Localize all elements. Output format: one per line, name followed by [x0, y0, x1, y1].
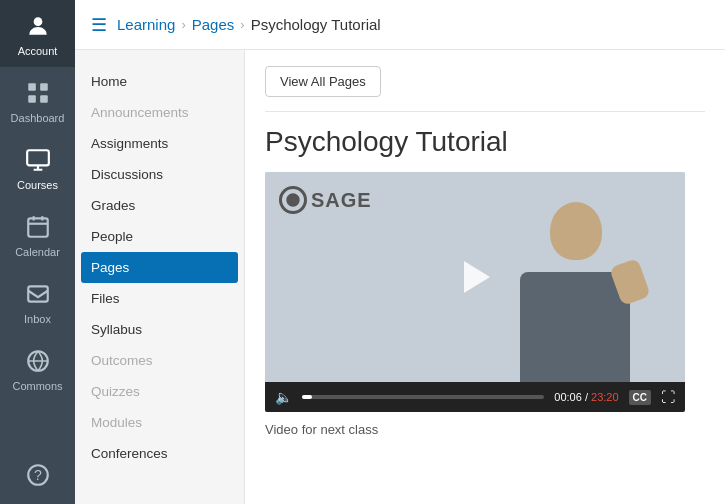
- nav-sidebar: HomeAnnouncementsAssignmentsDiscussionsG…: [75, 50, 245, 504]
- sidebar-label-account: Account: [18, 45, 58, 57]
- sage-text: SAGE: [311, 189, 372, 212]
- page-title: Psychology Tutorial: [265, 126, 705, 158]
- commons-icon: [22, 345, 54, 377]
- nav-item-pages[interactable]: Pages: [81, 252, 238, 283]
- video-frame: SAGE: [265, 172, 685, 382]
- nav-item-people[interactable]: People: [75, 221, 244, 252]
- sidebar-label-dashboard: Dashboard: [11, 112, 65, 124]
- cc-button[interactable]: CC: [629, 390, 651, 405]
- sage-logo: SAGE: [279, 186, 372, 214]
- svg-rect-3: [28, 95, 36, 103]
- sidebar-item-calendar[interactable]: Calendar: [0, 201, 75, 268]
- svg-rect-4: [40, 95, 48, 103]
- volume-icon[interactable]: 🔈: [275, 389, 292, 405]
- sidebar-item-inbox[interactable]: Inbox: [0, 268, 75, 335]
- nav-item-syllabus[interactable]: Syllabus: [75, 314, 244, 345]
- account-icon: [22, 10, 54, 42]
- breadcrumb-current: Psychology Tutorial: [251, 16, 381, 33]
- sidebar-item-dashboard[interactable]: Dashboard: [0, 67, 75, 134]
- left-sidebar: Account Dashboard Courses Calendar Inbox…: [0, 0, 75, 504]
- calendar-icon: [22, 211, 54, 243]
- view-all-pages-button[interactable]: View All Pages: [265, 66, 381, 97]
- nav-item-discussions[interactable]: Discussions: [75, 159, 244, 190]
- time-total: 23:20: [591, 391, 619, 403]
- sidebar-item-help[interactable]: ?: [0, 449, 75, 504]
- sidebar-label-inbox: Inbox: [24, 313, 51, 325]
- time-display: 00:06 / 23:20: [554, 391, 618, 403]
- time-current: 00:06: [554, 391, 582, 403]
- svg-rect-6: [28, 218, 48, 236]
- nav-item-announcements: Announcements: [75, 97, 244, 128]
- courses-icon: [22, 144, 54, 176]
- time-sep: /: [582, 391, 591, 403]
- inbox-icon: [22, 278, 54, 310]
- nav-item-grades[interactable]: Grades: [75, 190, 244, 221]
- nav-item-outcomes: Outcomes: [75, 345, 244, 376]
- nav-item-home[interactable]: Home: [75, 66, 244, 97]
- progress-fill: [302, 395, 312, 399]
- sidebar-item-courses[interactable]: Courses: [0, 134, 75, 201]
- fullscreen-icon[interactable]: ⛶: [661, 389, 675, 405]
- nav-item-modules: Modules: [75, 407, 244, 438]
- sidebar-label-commons: Commons: [12, 380, 62, 392]
- content-wrapper: HomeAnnouncementsAssignmentsDiscussionsG…: [75, 50, 725, 504]
- nav-item-conferences[interactable]: Conferences: [75, 438, 244, 469]
- person-body: [520, 272, 630, 382]
- dashboard-icon: [22, 77, 54, 109]
- svg-point-0: [33, 17, 42, 26]
- nav-item-assignments[interactable]: Assignments: [75, 128, 244, 159]
- nav-item-files[interactable]: Files: [75, 283, 244, 314]
- breadcrumb-pages[interactable]: Pages: [192, 16, 235, 33]
- play-button[interactable]: [455, 257, 495, 297]
- breadcrumb-sep-2: ›: [240, 17, 244, 32]
- main-area: ☰ Learning › Pages › Psychology Tutorial…: [75, 0, 725, 504]
- help-icon: ?: [22, 459, 54, 491]
- play-triangle-icon: [464, 261, 490, 293]
- svg-rect-5: [27, 150, 49, 165]
- menu-icon[interactable]: ☰: [91, 14, 107, 36]
- progress-bar[interactable]: [302, 395, 544, 399]
- video-caption: Video for next class: [265, 422, 705, 437]
- page-content: View All Pages Psychology Tutorial SAGE: [245, 50, 725, 504]
- svg-rect-2: [40, 83, 48, 91]
- video-person: [495, 192, 655, 382]
- nav-item-quizzes: Quizzes: [75, 376, 244, 407]
- breadcrumb-learning[interactable]: Learning: [117, 16, 175, 33]
- sage-circle-icon: [279, 186, 307, 214]
- sidebar-item-account[interactable]: Account: [0, 0, 75, 67]
- sidebar-label-courses: Courses: [17, 179, 58, 191]
- sidebar-label-calendar: Calendar: [15, 246, 60, 258]
- person-head: [550, 202, 602, 260]
- breadcrumb-sep-1: ›: [181, 17, 185, 32]
- video-player: SAGE 🔈: [265, 172, 685, 412]
- divider: [265, 111, 705, 112]
- topbar: ☰ Learning › Pages › Psychology Tutorial: [75, 0, 725, 50]
- svg-rect-1: [28, 83, 36, 91]
- breadcrumb: Learning › Pages › Psychology Tutorial: [117, 16, 381, 33]
- sidebar-item-commons[interactable]: Commons: [0, 335, 75, 402]
- video-controls: 🔈 00:06 / 23:20 CC ⛶: [265, 382, 685, 412]
- svg-text:?: ?: [34, 467, 42, 483]
